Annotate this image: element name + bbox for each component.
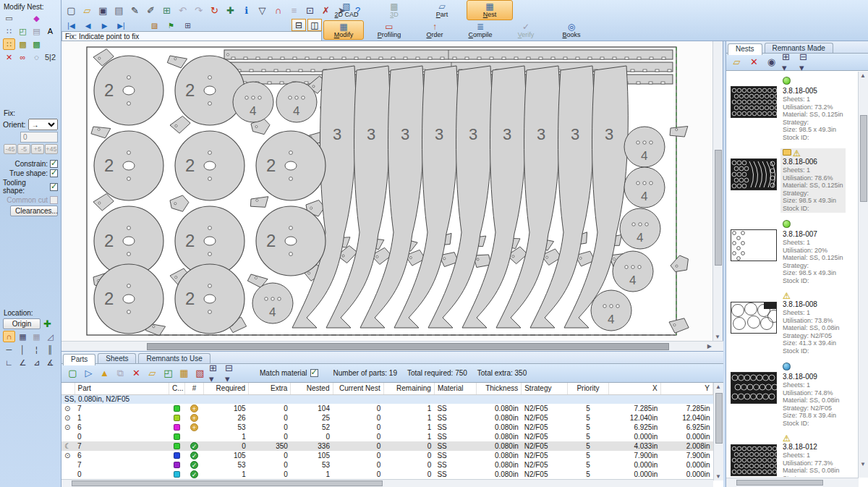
window-icon[interactable]: ⊡ <box>303 4 317 17</box>
move-part-icon[interactable]: ∷ <box>3 38 15 50</box>
table-hscroll-thumb[interactable] <box>72 480 383 486</box>
nests-vscroll-thumb[interactable] <box>860 115 867 202</box>
last-nest-icon[interactable]: ▶| <box>114 19 128 33</box>
move-icon[interactable]: ✚ <box>224 4 237 17</box>
view-b-button[interactable]: ⊟ ▾ <box>225 366 239 380</box>
refresh-nest-icon[interactable]: ◉ <box>765 55 778 69</box>
refresh-icon[interactable]: ↻ <box>208 4 221 17</box>
v-line-icon[interactable]: │ <box>17 344 29 355</box>
angle2-icon[interactable]: ⊿ <box>30 357 43 368</box>
view-a-button[interactable]: ⊞ ▾ <box>209 366 223 380</box>
column-header-y[interactable]: Y <box>660 383 712 394</box>
table-horizontal-scrollbar[interactable] <box>61 479 713 487</box>
pen-icon[interactable]: ✐ <box>144 4 158 17</box>
scroll-right-icon[interactable]: ▶ <box>707 343 712 350</box>
tab-2d-cad[interactable]: ▧2D CAD <box>323 0 370 20</box>
new-part-icon[interactable]: ▢ <box>66 366 80 380</box>
canvas-vertical-scrollbar[interactable]: ▼ <box>712 41 723 341</box>
tab-remnants-to-use[interactable]: Remnants to Use <box>138 353 210 363</box>
add-box-icon[interactable]: ◰ <box>161 366 175 380</box>
nest-result-list[interactable]: 3.8.18-005Sheets: 1Utilisation: 73.2%Mat… <box>726 72 859 477</box>
nests-vertical-scrollbar[interactable]: ▲ ▼ <box>858 72 868 478</box>
tooling-shape-checkbox[interactable] <box>50 183 58 191</box>
angle-button-+5[interactable]: +5 <box>31 144 44 154</box>
prev-nest-icon[interactable]: ◀ <box>81 19 95 33</box>
part-row[interactable]: 7✓5305300SS0.080inN2/F0550.000in0.000in <box>61 460 713 470</box>
scroll-down-icon[interactable]: ▼ <box>715 334 720 340</box>
canvas-vscroll-thumb[interactable] <box>715 150 722 266</box>
column-header-remaining[interactable]: Remaining <box>383 383 434 394</box>
disc-part-large[interactable]: 2 <box>175 131 244 200</box>
array-parts-icon[interactable]: ∷ <box>3 25 15 37</box>
magnet-icon[interactable]: ∩ <box>271 4 285 17</box>
disc-part-medium[interactable]: 4 <box>591 290 631 331</box>
info-icon[interactable]: ℹ <box>239 4 253 17</box>
print-icon[interactable]: ▤ <box>112 4 126 17</box>
nest-entry[interactable]: 3.8.18-007Sheets: 1Utilisation: 20%Mater… <box>731 219 859 285</box>
text-icon[interactable]: A <box>44 25 56 37</box>
nest-canvas[interactable]: 333333333222222222244444444 ▼ ▶ <box>61 41 723 351</box>
column-header-thickness[interactable]: Thickness <box>477 383 522 394</box>
flag-icon[interactable]: ⚑ <box>164 19 178 33</box>
new-icon[interactable]: ▢ <box>64 4 78 17</box>
scroll-up-icon[interactable]: ▲ <box>860 72 866 79</box>
folder-icon[interactable]: ▱ <box>145 366 159 380</box>
disc-part-medium[interactable]: 4 <box>624 167 665 208</box>
angle-button-+45[interactable]: +45 <box>45 144 58 154</box>
disc-part-medium[interactable]: 4 <box>620 208 660 249</box>
column-header-part[interactable]: Part <box>75 383 169 394</box>
nest-entry[interactable]: 3.8.18-009Sheets: 1Utilisation: 74.8%Mat… <box>731 362 859 428</box>
disc-part-large[interactable]: 2 <box>256 206 326 276</box>
disc-part-large[interactable]: 2 <box>94 56 163 125</box>
column-header-badge[interactable]: # <box>184 383 203 394</box>
view-list-button[interactable]: ⊞ ▾ <box>782 55 796 69</box>
clipboard-icon[interactable]: ▤ <box>30 25 43 37</box>
copy-part-icon[interactable]: ⧉ <box>114 366 127 380</box>
grid-icon[interactable]: ▦ <box>17 331 29 342</box>
column-header-priority[interactable]: Priority <box>568 383 608 394</box>
load-part-icon[interactable]: ▲ <box>98 366 111 380</box>
pencil-icon[interactable]: ✎ <box>128 4 142 17</box>
image-icon[interactable]: ▨ <box>148 19 161 33</box>
tab-modify[interactable]: ▦Modify <box>323 20 364 40</box>
split-52-icon[interactable]: 5|2 <box>44 51 56 63</box>
tab-parts[interactable]: Parts <box>63 354 95 365</box>
tab-books[interactable]: ◎Books <box>551 20 592 40</box>
tab-sheets[interactable]: Sheets <box>98 353 136 363</box>
parts-table[interactable]: PartC...#RequiredExtraNestedCurrent Nest… <box>61 383 713 479</box>
part-row[interactable]: 010001SS0.080inN2/F0550.000in0.000in <box>61 432 713 441</box>
pair-icon[interactable]: ∞ <box>17 51 29 63</box>
redo-icon[interactable]: ↷ <box>192 4 205 17</box>
part-row[interactable]: ⊙6+5305201SS0.080inN2/F0556.925in6.925in <box>61 423 713 432</box>
rotate-icon[interactable]: ◌ <box>30 51 43 63</box>
column-header-current[interactable]: Current Nest <box>333 383 383 394</box>
part-row[interactable]: ⊙6✓105010500SS0.080inN2/F0557.900in7.900… <box>61 451 713 460</box>
remove-table-icon[interactable]: ▧ <box>193 366 207 380</box>
filter-icon[interactable]: ▽ <box>255 4 269 17</box>
orient-select[interactable]: → <box>28 119 58 130</box>
angle-button--5[interactable]: -5 <box>17 144 30 154</box>
view-detail-button[interactable]: ⊟ ▾ <box>799 55 813 69</box>
angle-input[interactable] <box>20 132 58 143</box>
clearances-button[interactable]: Clearances... <box>10 206 58 216</box>
split-vertical-button[interactable]: ◫ <box>307 19 322 31</box>
scroll-up-icon[interactable]: ▲ <box>715 384 721 390</box>
split-horizontal-button[interactable]: ⊟ <box>292 19 306 31</box>
scroll-down-icon[interactable]: ▼ <box>715 473 721 480</box>
material-group-row[interactable]: SS, 0.080in, N2/F05 <box>61 394 713 404</box>
slope-icon[interactable]: ◿ <box>44 331 56 342</box>
nest-entry[interactable]: ⚠3.8.18-008Sheets: 1Utilisation: 73.8%Ma… <box>731 292 859 355</box>
disc-part-large[interactable]: 2 <box>94 131 163 200</box>
column-header-x[interactable]: X <box>608 383 660 394</box>
flowchart-icon[interactable]: ⊞ <box>160 4 174 17</box>
part-row[interactable]: 0✓10100SS0.080inN2/F0550.000in0.000in <box>61 470 713 479</box>
pattern-b-icon[interactable]: ▩ <box>30 38 43 50</box>
nest-entry[interactable]: ⚠3.8.18-012Sheets: 1Utilisation: 77.3%Ma… <box>731 434 859 477</box>
disc-part-medium[interactable]: 4 <box>233 82 273 122</box>
nest-entry[interactable]: ⚠3.8.18-006Sheets: 1Utilisation: 78.6%Ma… <box>731 148 859 213</box>
disc-part-large[interactable]: 2 <box>175 264 244 334</box>
disc-part-medium[interactable]: 4 <box>252 283 293 323</box>
constrain-checkbox[interactable] <box>50 160 58 168</box>
column-header-nested[interactable]: Nested <box>291 383 333 394</box>
angle-button--45[interactable]: -45 <box>4 144 17 154</box>
